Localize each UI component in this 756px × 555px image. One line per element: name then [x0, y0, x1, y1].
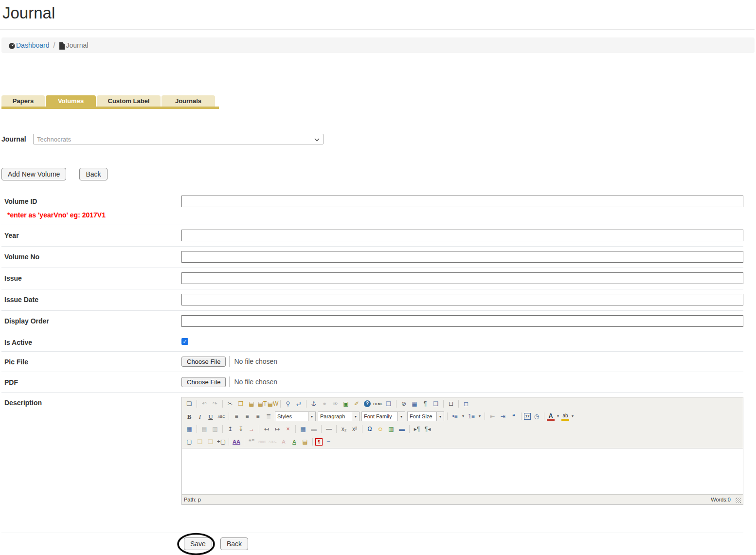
paste-icon[interactable]: ▤	[247, 399, 256, 409]
paste-as-plain-text-icon[interactable]: ▤T	[257, 399, 267, 409]
unlink-icon[interactable]: ⚮	[330, 399, 340, 409]
print-icon[interactable]: ⊟	[446, 399, 456, 409]
text-color-menu-icon[interactable]: ▾	[556, 412, 560, 421]
edit-css-style-icon[interactable]: AA	[232, 437, 241, 447]
paragraph-select[interactable]: Paragraph▾	[318, 412, 360, 421]
insert-row-before-icon[interactable]: ↥	[225, 424, 235, 434]
toggle-absolute-position-icon[interactable]: +▢	[216, 437, 226, 447]
volume-no-input[interactable]	[181, 251, 743, 263]
chevron-down-icon[interactable]: ▾	[352, 412, 359, 421]
find-replace-icon[interactable]: ⇄	[294, 399, 304, 409]
add-new-volume-button[interactable]: Add New Volume	[1, 168, 66, 180]
resize-grip-icon[interactable]	[736, 498, 741, 503]
align-right-icon[interactable]: ≡	[253, 412, 263, 421]
save-button[interactable]: Save	[184, 537, 212, 550]
volume-id-input[interactable]	[181, 196, 743, 207]
underline-icon[interactable]: U	[206, 412, 216, 421]
chevron-down-icon[interactable]: ▾	[436, 412, 444, 421]
bold-icon[interactable]: B	[184, 412, 194, 421]
bullet-list-icon[interactable]: •≡	[450, 412, 460, 421]
horizontal-rule-icon[interactable]: —	[324, 424, 334, 434]
anchor-icon[interactable]: ⚓	[309, 399, 319, 409]
advanced-hr-icon[interactable]: ▬	[397, 424, 407, 434]
rtl-direction-icon[interactable]: ¶◂	[423, 424, 432, 434]
insertion-icon[interactable]: A	[289, 437, 299, 447]
insert-media-icon[interactable]: ▥	[386, 424, 396, 434]
table-cell-properties-icon[interactable]: ▥	[210, 424, 220, 434]
text-color-icon[interactable]: A	[547, 412, 555, 421]
remove-format-icon[interactable]: ⊘	[399, 399, 409, 409]
visual-aid-icon[interactable]: ¶	[420, 399, 430, 409]
italic-icon[interactable]: I	[195, 412, 205, 421]
chevron-down-icon[interactable]: ▾	[397, 412, 405, 421]
acronym-icon[interactable]: A.B.C.	[268, 437, 278, 447]
help-icon[interactable]: ?	[364, 400, 371, 407]
align-justify-icon[interactable]: ≣	[264, 412, 273, 421]
delete-row-icon[interactable]: →	[247, 424, 256, 434]
subscript-icon[interactable]: x₂	[339, 424, 349, 434]
insert-row-after-icon[interactable]: ↧	[236, 424, 246, 434]
back-button-bottom[interactable]: Back	[220, 537, 248, 550]
page-break-icon[interactable]: ┄	[324, 437, 333, 447]
insert-edit-table-icon[interactable]: ▦	[184, 424, 194, 434]
highlight-color-icon[interactable]: ab	[561, 412, 569, 421]
preview-icon[interactable]: ❑	[384, 399, 394, 409]
cut-icon[interactable]: ✂	[225, 399, 235, 409]
insert-column-before-icon[interactable]: ↤	[262, 424, 271, 434]
image-icon[interactable]: ▣	[341, 399, 351, 409]
move-forward-icon[interactable]: ❏	[195, 437, 205, 447]
outdent-icon[interactable]: ⇤	[487, 412, 497, 421]
delete-column-icon[interactable]: ×	[283, 424, 293, 434]
special-character-icon[interactable]: Ω	[365, 424, 375, 434]
insert-column-after-icon[interactable]: ↦	[272, 424, 282, 434]
insert-table-icon[interactable]: ▦	[410, 399, 419, 409]
tab-volumes[interactable]: Volumes	[46, 95, 96, 107]
is-active-checkbox[interactable]: ✓	[181, 338, 188, 345]
html-source-icon[interactable]: HTML	[373, 399, 383, 409]
ltr-direction-icon[interactable]: ▸¶	[412, 424, 422, 434]
fullscreen-icon[interactable]: ◻	[461, 399, 471, 409]
back-button-top[interactable]: Back	[79, 168, 107, 180]
paste-from-word-icon[interactable]: ▤W	[268, 399, 278, 409]
tab-custom-label[interactable]: Custom Label	[97, 95, 161, 107]
cleanup-code-icon[interactable]: ✐	[352, 399, 361, 409]
undo-icon[interactable]: ↶	[199, 399, 209, 409]
breadcrumb-dashboard-link[interactable]: Dashboard	[16, 41, 50, 49]
align-center-icon[interactable]: ≡	[242, 412, 252, 421]
edit-attributes-icon[interactable]: ▤	[300, 437, 310, 447]
pic-file-choose-button[interactable]: Choose File	[181, 357, 226, 367]
styles-select[interactable]: Styles▾	[275, 412, 316, 421]
deletion-icon[interactable]: A	[279, 437, 288, 447]
bullet-list-menu-icon[interactable]: ▾	[461, 412, 466, 421]
year-input[interactable]	[181, 230, 743, 241]
issue-input[interactable]	[181, 272, 743, 284]
tab-papers[interactable]: Papers	[1, 95, 45, 107]
copy-icon[interactable]: ❐	[236, 399, 246, 409]
find-icon[interactable]: ⚲	[283, 399, 293, 409]
align-left-icon[interactable]: ≡	[232, 412, 241, 421]
emotions-icon[interactable]: ☺	[376, 424, 385, 434]
visual-characters-icon[interactable]: ¶	[315, 438, 323, 446]
tab-journals[interactable]: Journals	[162, 95, 215, 107]
font-family-select[interactable]: Font Family▾	[361, 412, 405, 421]
split-cells-icon[interactable]: ▦	[298, 424, 308, 434]
move-backward-icon[interactable]: ❏	[206, 437, 216, 447]
superscript-icon[interactable]: x²	[350, 424, 360, 434]
insert-layer-icon[interactable]: ▢	[184, 437, 194, 447]
new-document-icon[interactable]: ❏	[184, 399, 194, 409]
display-order-input[interactable]	[181, 315, 743, 327]
citation-icon[interactable]: ❝❞	[247, 437, 256, 447]
abbreviation-icon[interactable]: ABBR	[257, 437, 267, 447]
pdf-choose-button[interactable]: Choose File	[181, 377, 226, 387]
insert-date-icon[interactable]: 17	[524, 413, 531, 420]
strikethrough-icon[interactable]: ABC	[216, 412, 226, 421]
highlight-color-menu-icon[interactable]: ▾	[570, 412, 575, 421]
editor-content[interactable]	[182, 448, 743, 494]
numbered-list-icon[interactable]: 1≡	[467, 412, 476, 421]
issue-date-input[interactable]	[181, 294, 743, 305]
numbered-list-menu-icon[interactable]: ▾	[477, 412, 482, 421]
redo-icon[interactable]: ↷	[210, 399, 220, 409]
indent-icon[interactable]: ⇥	[498, 412, 508, 421]
chevron-down-icon[interactable]: ▾	[308, 412, 315, 421]
table-row-properties-icon[interactable]: ▤	[199, 424, 209, 434]
